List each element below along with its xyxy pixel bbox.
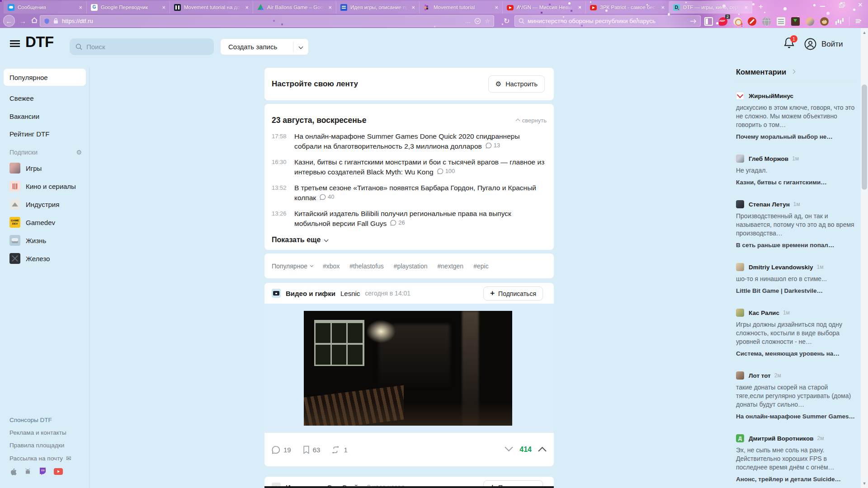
url-bar[interactable]: https://dtf.ru … ☆: [40, 15, 494, 27]
chevron-down-icon[interactable]: [293, 43, 308, 51]
browser-tab-messages[interactable]: Сообщения ×: [4, 1, 87, 14]
tab-close-icon[interactable]: ×: [328, 4, 332, 11]
comment-item[interactable]: ЖирныйМинус дискуссию в этом ключе, гово…: [736, 92, 855, 141]
forward-button[interactable]: →: [19, 17, 26, 25]
bookmark-star-icon[interactable]: ☆: [485, 18, 490, 24]
sidebar-item-jobs[interactable]: Вакансии: [4, 108, 86, 125]
subscribe-button[interactable]: + Подписаться: [483, 286, 543, 300]
sidebar-sub-gamedev[interactable]: GAME DEV Gamedev: [9, 217, 86, 228]
pocket-icon[interactable]: [474, 18, 481, 24]
restore-window-icon[interactable]: [838, 2, 845, 8]
news-title[interactable]: Казни, битвы с гигантскими монстрами и б…: [294, 158, 547, 177]
tab-close-icon[interactable]: ×: [578, 4, 581, 11]
go-arrow-icon[interactable]: [690, 19, 697, 24]
scrollbar-thumb[interactable]: [862, 84, 867, 190]
tune-feed-button[interactable]: ⚙ Настроить: [488, 75, 545, 93]
tag-thelastofus[interactable]: #thelastofus: [349, 263, 384, 270]
browser-tab-translate[interactable]: Google Переводчик ×: [87, 1, 170, 14]
browser-tab-movement[interactable]: Movement tutorial ×: [420, 1, 503, 14]
rules-link[interactable]: Правила площадки: [9, 442, 64, 449]
adblock-plus-icon[interactable]: 2: [719, 17, 727, 26]
site-search-input[interactable]: Поиск: [70, 38, 214, 55]
profile-button[interactable]: [804, 38, 816, 52]
news-comments-count[interactable]: 100: [437, 167, 455, 176]
comment-post-link[interactable]: Казни, битвы с гигантскими…: [736, 178, 855, 187]
tag-epic[interactable]: #epic: [473, 263, 488, 270]
comment-item[interactable]: Лот тот 2м такие донаты скорей на старой…: [736, 371, 855, 421]
upvote-button[interactable]: [538, 446, 547, 454]
tab-close-icon[interactable]: ×: [162, 4, 165, 11]
comment-author[interactable]: ЖирныйМинус: [749, 93, 793, 99]
browser-tab-patriot[interactable]: ЗРК Patriot - самое бес ×: [586, 1, 669, 14]
scroll-up-icon[interactable]: ▲: [861, 29, 868, 36]
news-title[interactable]: Китайский издатель Bilibili получил реги…: [294, 209, 547, 228]
sponsors-link[interactable]: Спонсоры DTF: [9, 417, 52, 423]
comment-item[interactable]: Степан Летун 1м Производственный ад, он …: [736, 200, 855, 249]
page-scrollbar[interactable]: ▲ ▼: [861, 28, 868, 488]
news-title[interactable]: На онлайн-марафоне Summer Games Done Qui…: [294, 132, 547, 151]
comment-author[interactable]: Дмитрий Воротников: [749, 435, 813, 442]
ads-contacts-link[interactable]: Реклама и контакты: [9, 429, 66, 436]
browser-tab-drive[interactable]: Air Ballons Game – Goog ×: [253, 1, 336, 14]
notifications-button[interactable]: 1: [783, 37, 797, 51]
browser-tab-dtf-active[interactable]: DTF — игры, кино, сери ×: [669, 1, 752, 14]
comment-post-link[interactable]: Почему моральный выбор не…: [736, 133, 855, 141]
newsletter-link[interactable]: Рассылка на почту ✉: [9, 455, 71, 462]
comment-post-link[interactable]: В сеть раньше времени попал…: [736, 241, 855, 249]
blocker-icon[interactable]: [748, 17, 756, 26]
comment-author[interactable]: Глеб Моржов: [749, 155, 788, 162]
tab-close-icon[interactable]: ×: [661, 4, 665, 11]
post-author-link[interactable]: Lesnic: [340, 290, 360, 297]
sidebar-sub-industry[interactable]: Индустрия: [9, 199, 86, 210]
comment-item[interactable]: Глеб Моржов 1м Не угадал. Казни, битвы с…: [736, 155, 855, 187]
close-window-icon[interactable]: [857, 2, 864, 8]
news-comments-count[interactable]: 26: [390, 218, 405, 227]
dtf-logo[interactable]: DTF: [25, 33, 54, 51]
tab-close-icon[interactable]: ×: [79, 4, 82, 11]
post-repost-button[interactable]: 1: [332, 446, 347, 454]
account-avatar-icon[interactable]: [806, 17, 814, 26]
minimize-icon[interactable]: [819, 2, 826, 8]
history-clock-icon[interactable]: [733, 17, 742, 26]
comment-author[interactable]: Кас Ралис: [749, 310, 779, 316]
home-button[interactable]: [31, 17, 38, 25]
tab-close-icon[interactable]: ×: [411, 4, 415, 11]
sidebar-item-popular[interactable]: Популярное: [4, 69, 86, 86]
monkey-extension-icon[interactable]: [820, 17, 829, 26]
create-post-button[interactable]: Создать запись: [220, 38, 309, 55]
browser-search-bar[interactable]: министерство обороны республики беларусь: [514, 15, 701, 27]
browser-menu-icon[interactable]: ≡: [855, 16, 860, 26]
comment-author[interactable]: Dmitriy Levandowskiy: [749, 264, 813, 271]
browser-tab-trello[interactable]: Movement tutorial на до ×: [170, 1, 253, 14]
tab-close-icon[interactable]: ×: [245, 4, 249, 11]
comment-item[interactable]: Кас Ралис 1м Игры должны дизайниться под…: [736, 309, 855, 358]
tag-nextgen[interactable]: #nextgen: [438, 263, 464, 270]
show-more-button[interactable]: Показать еще: [272, 236, 547, 244]
tab-close-icon[interactable]: ×: [744, 4, 748, 11]
comment-post-link[interactable]: На онлайн-марафоне Summer Games…: [736, 413, 855, 421]
sidebar-sub-life[interactable]: Жизнь: [9, 235, 86, 246]
page-actions-icon[interactable]: …: [465, 18, 471, 24]
gear-icon[interactable]: ⚙: [76, 149, 82, 156]
downvote-button[interactable]: [505, 446, 513, 454]
tag-playstation[interactable]: #playstation: [394, 263, 428, 270]
sidebar-item-fresh[interactable]: Свежее: [4, 89, 86, 107]
sidebar-sub-movies[interactable]: Кино и сериалы: [9, 181, 86, 192]
youtube-icon[interactable]: [54, 468, 63, 477]
feed-sort-dropdown[interactable]: Популярное: [272, 263, 313, 270]
url-text[interactable]: https://dtf.ru: [62, 18, 461, 24]
comment-post-link[interactable]: Система, меняющая уровень на…: [736, 350, 855, 358]
new-tab-button[interactable]: +: [755, 1, 767, 13]
video-downloader-icon[interactable]: [791, 17, 800, 26]
sidebar-panel-icon[interactable]: [704, 17, 713, 26]
android-icon[interactable]: [24, 468, 32, 477]
post-video-player[interactable]: [304, 311, 512, 426]
comments-panel-header[interactable]: Комментарии: [736, 68, 855, 83]
sidebar-sub-games[interactable]: Игры: [9, 163, 86, 174]
comment-author[interactable]: Степан Летун: [749, 201, 790, 208]
browser-search-query[interactable]: министерство обороны республики беларусь: [528, 18, 687, 24]
comment-post-link[interactable]: Little Bit Game | Darkestvile…: [736, 287, 855, 295]
site-menu-icon[interactable]: [10, 40, 20, 42]
sidebar-sub-hardware[interactable]: Железо: [9, 253, 86, 264]
apple-icon[interactable]: [9, 467, 17, 477]
